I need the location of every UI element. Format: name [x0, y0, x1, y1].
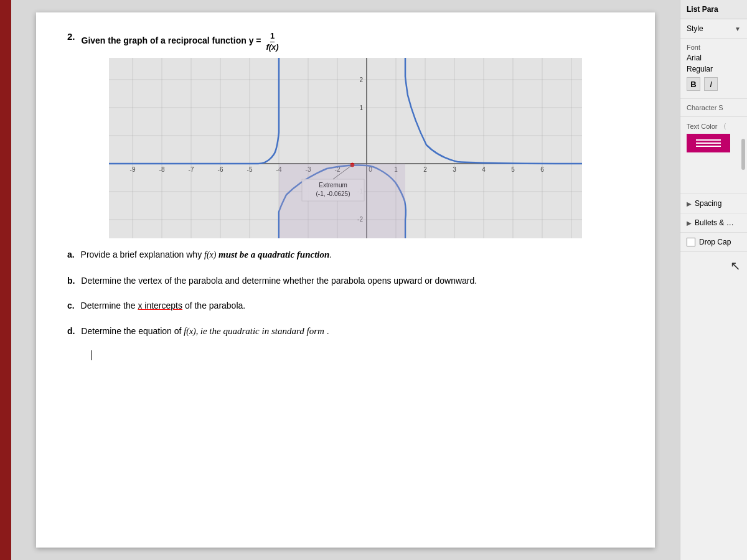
sub-label-c: c. [67, 301, 75, 310]
main-content: 2. Given the graph of a reciprocal funct… [11, 0, 680, 560]
graph-container: -9 -8 -7 -6 -5 -4 -3 -2 0 1 2 3 4 5 6 [67, 58, 624, 238]
svg-text:6: 6 [540, 166, 544, 173]
style-section[interactable]: Style ▼ [680, 19, 747, 39]
sub-label-a: a. [67, 250, 75, 259]
question-header: 2. Given the graph of a reciprocal funct… [67, 31, 624, 52]
line3 [696, 146, 721, 147]
cursor-icon: ↖ [730, 259, 741, 273]
style-chevron-icon: ▼ [735, 26, 741, 32]
sub-a-italic-bold: must be a quadratic function [218, 250, 329, 259]
text-color-picker[interactable] [687, 134, 730, 152]
sub-label-b: b. [67, 276, 75, 286]
font-name[interactable]: Arial [687, 54, 741, 62]
svg-text:4: 4 [482, 166, 486, 173]
svg-text:2: 2 [423, 166, 427, 173]
sub-question-d: d. Determine the equation of f(x), ie th… [67, 324, 624, 338]
text-cursor [91, 350, 624, 360]
svg-text:-8: -8 [159, 166, 165, 173]
svg-text:-7: -7 [189, 166, 194, 173]
bold-button[interactable]: B [687, 77, 700, 91]
sub-d-math: f(x), [184, 327, 200, 336]
svg-text:5: 5 [511, 166, 515, 173]
sub-d-end: . [327, 326, 329, 336]
svg-text:3: 3 [453, 166, 456, 173]
svg-text:1: 1 [359, 105, 363, 111]
document-area: 2. Given the graph of a reciprocal funct… [36, 12, 655, 548]
scrollbar[interactable] [741, 139, 745, 170]
question-num: 2. [67, 31, 75, 42]
bullets-chevron-icon: ▶ [687, 220, 692, 226]
bullets-section[interactable]: ▶ Bullets & … [680, 213, 747, 233]
font-section: Font Arial Regular B I [680, 39, 747, 99]
sub-question-b: b. Determine the vertex of the parabola … [67, 274, 624, 287]
text-color-label: Text Color 〈 [687, 122, 741, 131]
drop-cap-section: Drop Cap [680, 233, 747, 252]
font-label: Font [687, 44, 741, 51]
spacing-section[interactable]: ▶ Spacing [680, 194, 747, 213]
bullets-label: Bullets & … [695, 218, 734, 227]
graph-svg: -9 -8 -7 -6 -5 -4 -3 -2 0 1 2 3 4 5 6 [109, 58, 582, 238]
fraction: 1 f(x) [266, 31, 278, 52]
sub-b-text: Determine the vertex of the parabola and… [81, 276, 477, 286]
question-text: Given the graph of a reciprocal function… [82, 31, 281, 52]
sub-label-d: d. [67, 326, 75, 336]
sub-question-a: a. Provide a brief explanation why f(x) … [67, 247, 624, 262]
line1 [696, 139, 721, 141]
right-sidebar: List Para Style ▼ Font Arial Regular B I… [680, 0, 747, 560]
line2 [696, 142, 721, 144]
sub-a-text1: Provide a brief explanation why [81, 250, 202, 259]
text-color-section: Text Color 〈 [680, 117, 747, 194]
sub-a-math: f(x) [204, 250, 218, 259]
character-section: Character S [680, 99, 747, 117]
italic-button[interactable]: I [704, 77, 718, 91]
svg-rect-49 [279, 164, 405, 238]
svg-text:-6: -6 [218, 166, 223, 173]
sub-c-underline: x intercepts [138, 301, 182, 310]
spacing-chevron-icon: ▶ [687, 200, 692, 207]
character-label: Character S [687, 104, 741, 111]
spacing-label: Spacing [695, 199, 721, 208]
drop-cap-label: Drop Cap [699, 238, 731, 246]
color-lines [696, 139, 721, 147]
svg-text:-9: -9 [130, 166, 136, 173]
sidebar-header: List Para [680, 0, 747, 19]
cursor-area: ↖ [680, 252, 747, 279]
drop-cap-checkbox[interactable] [687, 238, 695, 246]
sub-c-text2: of the parabola. [185, 301, 245, 310]
sub-d-italic: ie the quadratic in standard form [200, 326, 324, 336]
left-decoration [0, 0, 11, 560]
style-label: Style [687, 24, 703, 33]
sub-question-c: c. Determine the x intercepts of the par… [67, 299, 624, 312]
svg-text:-5: -5 [247, 166, 253, 173]
sub-d-text1: Determine the equation of [81, 326, 181, 336]
sub-a-end: . [329, 250, 332, 259]
svg-text:2: 2 [359, 77, 363, 83]
sub-c-text1: Determine the [81, 301, 136, 310]
font-style-value[interactable]: Regular [687, 65, 741, 73]
